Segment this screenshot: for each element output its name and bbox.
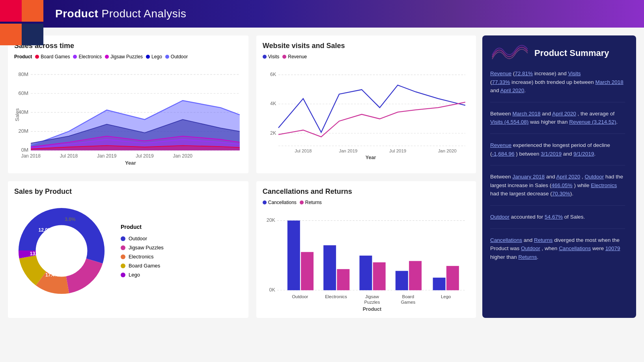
legend-visits: Visits: [263, 54, 279, 59]
svg-text:54.7%: 54.7%: [68, 248, 82, 254]
sidebar-title: Product Summary: [534, 48, 609, 58]
svg-text:Outdoor: Outdoor: [292, 294, 308, 299]
svg-text:Year: Year: [366, 155, 376, 160]
svg-text:Sales: Sales: [14, 108, 20, 121]
logo-sq1: [0, 0, 22, 22]
summary-1: Revenue (72.81% increase) and Visits (77…: [490, 69, 625, 102]
legend-label-lego: Lego: [151, 54, 162, 59]
legend-label-boardgames: Board Games: [41, 54, 70, 59]
sales-product-title: Sales by Product: [14, 187, 242, 196]
donut-label-outdoor: Outdoor: [129, 236, 147, 241]
sidebar-header: Product Summary: [490, 43, 628, 63]
svg-text:0K: 0K: [269, 287, 275, 293]
bar-board-cancel: [396, 271, 408, 290]
legend-cancellations: Cancellations: [263, 200, 297, 205]
donut-dot-outdoor: [121, 236, 125, 241]
svg-text:4K: 4K: [270, 101, 276, 106]
svg-text:Board: Board: [402, 294, 414, 299]
header: Product Product Analysis: [0, 0, 644, 28]
website-title: Website visits and Sales: [263, 42, 470, 50]
donut-legend: Product Outdoor Jigsaw Puzzles Electroni…: [121, 224, 164, 278]
donut-legend-jigsaw: Jigsaw Puzzles: [121, 245, 164, 251]
donut-label-jigsaw: Jigsaw Puzzles: [129, 245, 164, 251]
charts-area: Sales across time Product Board Games El…: [8, 35, 476, 318]
legend-electronics: Electronics: [73, 54, 102, 59]
svg-text:Jan 2019: Jan 2019: [339, 149, 357, 153]
svg-text:13.0%: 13.0%: [30, 251, 43, 256]
charts-row-2: Sales by Product: [8, 181, 476, 318]
bar-lego-return: [446, 266, 459, 290]
summary-6: Cancellations and Returns diverged the m…: [490, 236, 625, 269]
svg-text:Electronics: Electronics: [325, 294, 347, 299]
legend-label-cancellations: Cancellations: [268, 200, 297, 205]
bar-jigsaw-return: [373, 262, 386, 290]
legend-dot-jigsaw: [105, 55, 109, 59]
svg-text:0M: 0M: [21, 147, 28, 153]
donut-legend-electronics: Electronics: [121, 254, 164, 260]
donut-legend-outdoor: Outdoor: [121, 236, 164, 241]
svg-text:3.0%: 3.0%: [65, 216, 76, 222]
svg-text:20M: 20M: [18, 128, 28, 134]
logo-sq2: [22, 0, 43, 22]
svg-text:Jan 2019: Jan 2019: [97, 153, 117, 159]
svg-text:Jul 2019: Jul 2019: [389, 149, 406, 153]
legend-revenue: Revenue: [282, 54, 307, 59]
cancellations-chart: Cancellations and Returns Cancellations …: [256, 181, 476, 318]
svg-text:Puzzles: Puzzles: [364, 300, 380, 304]
summary-4: Between January 2018 and April 2020 , Ou…: [490, 173, 625, 206]
svg-text:12.0%: 12.0%: [39, 227, 52, 233]
legend-dot-cancellations: [263, 200, 267, 204]
svg-text:Jul 2018: Jul 2018: [60, 153, 78, 159]
legend-dot-outdoor: [165, 55, 169, 59]
summary-2: Between March 2018 and April 2020 , the …: [490, 110, 625, 134]
donut-svg: 54.7% 17.4% 13.0% 12.0% 3.0%: [14, 204, 109, 298]
legend-lego: Lego: [146, 54, 162, 59]
svg-text:Jan 2020: Jan 2020: [438, 149, 456, 153]
svg-text:2K: 2K: [270, 130, 276, 136]
donut-dot-electronics: [121, 254, 125, 259]
donut-area: 54.7% 17.4% 13.0% 12.0% 3.0% Product Out…: [14, 200, 242, 302]
legend-label-jigsaw: Jigsaw Puzzles: [110, 54, 143, 59]
svg-text:20K: 20K: [266, 217, 275, 223]
svg-text:Product: Product: [363, 306, 382, 312]
main-content: Sales across time Product Board Games El…: [0, 28, 644, 326]
svg-text:Games: Games: [401, 300, 415, 304]
sidebar-waves-icon: [490, 43, 530, 63]
legend-label-outdoor: Outdoor: [171, 54, 188, 59]
svg-text:Jul 2018: Jul 2018: [295, 149, 312, 153]
sales-time-chart: Sales across time Product Board Games El…: [8, 35, 248, 173]
donut-legend-lego: Lego: [121, 272, 164, 278]
summary-3: Revenue experienced the longest period o…: [490, 141, 625, 165]
logo-sq3: [0, 24, 22, 45]
legend-dot-visits: [263, 55, 267, 59]
bar-elec-cancel: [323, 245, 336, 290]
logo-sq4: [22, 24, 43, 45]
svg-text:60M: 60M: [18, 90, 28, 96]
cancellations-title: Cancellations and Returns: [263, 187, 470, 196]
legend-dot-returns: [300, 200, 304, 204]
donut-dot-jigsaw: [121, 245, 125, 250]
legend-label-returns: Returns: [305, 200, 322, 205]
legend-jigsaw: Jigsaw Puzzles: [105, 54, 143, 59]
legend-label-revenue: Revenue: [288, 54, 307, 59]
website-chart: Website visits and Sales Visits Revenue …: [256, 35, 476, 173]
legend-boardgames: Board Games: [35, 54, 70, 59]
website-legend: Visits Revenue: [263, 54, 470, 59]
bar-outdoor-return: [301, 252, 314, 290]
legend-dot-electronics: [73, 55, 77, 59]
svg-text:Jul 2019: Jul 2019: [136, 153, 154, 159]
sales-product-chart: Sales by Product: [8, 181, 248, 318]
legend-dot-boardgames: [35, 55, 39, 59]
logo: [0, 0, 47, 47]
product-legend-header: Product: [121, 224, 164, 230]
svg-text:Jan 2018: Jan 2018: [21, 153, 41, 159]
bar-jigsaw-cancel: [359, 256, 372, 290]
donut-label-boardgames: Board Games: [129, 263, 160, 269]
sidebar-scroll[interactable]: Revenue (72.81% increase) and Visits (77…: [490, 69, 628, 275]
svg-text:Lego: Lego: [441, 294, 451, 299]
legend-product-label: Product: [14, 54, 32, 59]
svg-text:Jan 2020: Jan 2020: [173, 153, 193, 159]
donut-label-electronics: Electronics: [129, 254, 154, 260]
cancellations-svg: 20K 0K: [263, 208, 470, 312]
donut-dot-lego: [121, 273, 125, 277]
